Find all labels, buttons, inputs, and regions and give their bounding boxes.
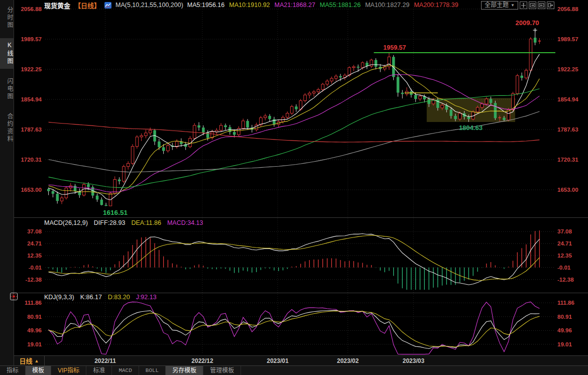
period-selector[interactable]: 日线 ▲ <box>14 356 45 365</box>
sidebar: 分时图 K线图 闪电图 合约资料 <box>0 0 14 375</box>
symbol-name: 现货黄金 <box>44 1 70 10</box>
tab-boll[interactable]: BOLL <box>139 366 166 375</box>
chevron-down-icon: ▼ <box>511 2 515 9</box>
trading-app: 分时图 K线图 闪电图 合约资料 2056.882056.881989.5719… <box>0 0 588 375</box>
svg-text:111.86: 111.86 <box>25 300 42 306</box>
kdj-name: KDJ(9,3,3) <box>44 294 74 301</box>
svg-text:-0.01: -0.01 <box>29 265 42 271</box>
move-chart-icon[interactable] <box>520 2 527 9</box>
ma-value: MA5:1956.16 <box>187 2 224 9</box>
tab-manage-template[interactable]: 管理模板 <box>203 366 241 375</box>
svg-text:1720.31: 1720.31 <box>21 157 42 163</box>
shift-right-icon[interactable] <box>547 2 554 9</box>
ma-params: MA(5,10,21,55,100,200) <box>115 2 183 9</box>
kdj-k-value: K:86.17 <box>80 294 102 301</box>
ma-value: MA100:1827.29 <box>365 2 409 9</box>
compress-right-icon[interactable] <box>538 2 545 9</box>
chart-header: 现货黄金 【日线】 MA(5,10,21,55,100,200) MA5:195… <box>44 1 463 10</box>
theme-dropdown-label: 全部主题 <box>485 2 509 9</box>
svg-text:2023/03: 2023/03 <box>403 357 425 364</box>
tab-template[interactable]: 模板 <box>26 366 51 375</box>
sidebar-tab-contract-info[interactable]: 合约资料 <box>0 109 14 147</box>
ma-value: MA21:1868.27 <box>275 2 315 9</box>
chart-canvas[interactable]: 2056.882056.881989.571989.571922.251922.… <box>14 0 588 365</box>
svg-text:2056.88: 2056.88 <box>21 6 42 12</box>
svg-text:19.01: 19.01 <box>557 341 572 347</box>
alert-indicator-icon[interactable] <box>10 293 18 302</box>
ma-value: MA200:1778.39 <box>414 2 458 9</box>
svg-text:-0.01: -0.01 <box>557 265 571 271</box>
svg-text:-12.38: -12.38 <box>25 277 42 283</box>
tab-save-template[interactable]: 另存模板 <box>166 366 203 375</box>
svg-text:12.35: 12.35 <box>557 253 572 259</box>
svg-text:1804.63: 1804.63 <box>459 124 483 132</box>
svg-text:-12.38: -12.38 <box>557 277 574 283</box>
tab-macd[interactable]: MACD <box>112 366 139 375</box>
svg-text:1787.63: 1787.63 <box>557 127 578 133</box>
tab-indicators[interactable]: 指标 <box>0 366 26 375</box>
ma-value: MA10:1910.92 <box>229 2 270 9</box>
svg-text:1616.51: 1616.51 <box>103 209 128 216</box>
svg-text:49.96: 49.96 <box>557 327 572 333</box>
svg-text:2022/12: 2022/12 <box>191 357 213 364</box>
svg-text:2056.88: 2056.88 <box>557 6 578 12</box>
tab-standard[interactable]: 标准 <box>86 366 112 375</box>
svg-text:1989.57: 1989.57 <box>21 36 42 42</box>
svg-text:37.08: 37.08 <box>27 228 42 234</box>
theme-dropdown[interactable]: 全部主题 ▼ <box>481 1 518 10</box>
svg-text:1922.25: 1922.25 <box>21 66 42 72</box>
macd-name: MACD(26,12,9) <box>44 219 88 226</box>
macd-macd-value: MACD:34.13 <box>167 219 203 226</box>
period-tag: 【日线】 <box>74 1 100 10</box>
svg-text:80.91: 80.91 <box>557 314 572 320</box>
svg-text:1854.94: 1854.94 <box>21 96 42 102</box>
svg-text:111.86: 111.86 <box>557 300 574 306</box>
macd-dea-value: DEA:11.86 <box>131 219 161 226</box>
kdj-j-value: J:92.13 <box>136 294 157 301</box>
header-controls: 全部主题 ▼ <box>481 1 554 10</box>
svg-text:1720.31: 1720.31 <box>557 157 578 163</box>
macd-indicator-title: MACD(26,12,9) DIFF:28.93 DEA:11.86 MACD:… <box>44 219 203 226</box>
svg-text:1959.57: 1959.57 <box>383 44 406 51</box>
svg-text:1653.00: 1653.00 <box>557 187 578 193</box>
period-label: 日线 <box>20 356 33 365</box>
macd-diff-value: DIFF:28.93 <box>94 219 126 226</box>
svg-text:19.01: 19.01 <box>27 341 42 347</box>
svg-text:1854.94: 1854.94 <box>557 96 578 102</box>
compress-left-icon[interactable] <box>529 2 536 9</box>
bottom-tab-bar: 指标 模板 VIP指标 标准 MACD BOLL 另存模板 管理模板 <box>0 365 588 375</box>
svg-text:1989.57: 1989.57 <box>557 36 578 42</box>
tab-vip-indicators[interactable]: VIP指标 <box>51 366 86 375</box>
kdj-d-value: D:83.20 <box>108 294 130 301</box>
ma-values: MA5:1956.16MA10:1910.92MA21:1868.27MA55:… <box>187 2 463 9</box>
svg-text:24.71: 24.71 <box>27 240 42 246</box>
svg-text:2023/01: 2023/01 <box>267 357 289 364</box>
svg-text:1653.00: 1653.00 <box>21 187 42 193</box>
svg-text:2009.70: 2009.70 <box>516 19 539 27</box>
svg-text:49.96: 49.96 <box>27 327 42 333</box>
svg-text:12.35: 12.35 <box>27 253 42 259</box>
ma-value: MA55:1881.26 <box>320 2 361 9</box>
sidebar-tab-timeshare[interactable]: 分时图 <box>0 3 14 33</box>
triangle-up-icon: ▲ <box>35 358 39 363</box>
sidebar-tab-lightning[interactable]: 闪电图 <box>0 74 14 104</box>
svg-text:37.08: 37.08 <box>557 228 572 234</box>
svg-text:1922.25: 1922.25 <box>557 66 578 72</box>
kdj-indicator-title: KDJ(9,3,3) K:86.17 D:83.20 J:92.13 <box>44 294 157 301</box>
chart-icon <box>104 2 111 9</box>
svg-text:2023/02: 2023/02 <box>337 357 359 364</box>
svg-text:24.71: 24.71 <box>557 240 572 246</box>
svg-text:2022/11: 2022/11 <box>94 357 116 364</box>
svg-text:80.91: 80.91 <box>27 314 42 320</box>
svg-text:1787.63: 1787.63 <box>21 127 42 133</box>
sidebar-tab-kline[interactable]: K线图 <box>0 38 14 69</box>
